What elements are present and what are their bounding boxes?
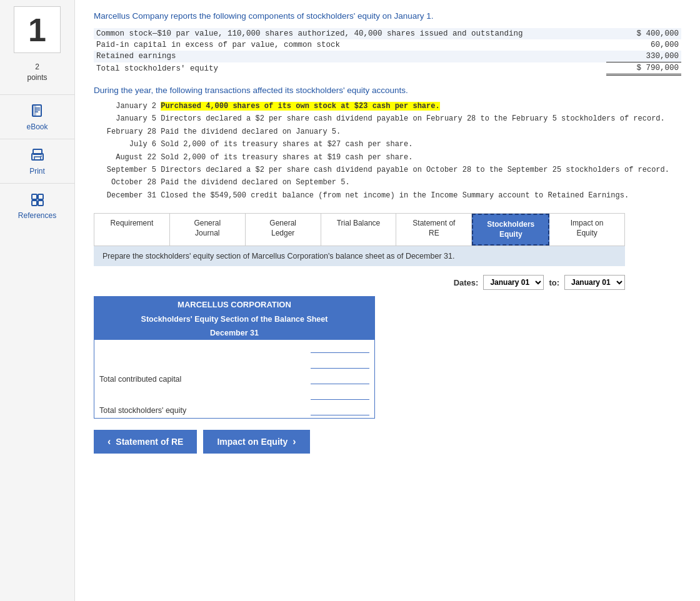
tx-text: Sold 2,000 of its treasury shares at $19… [161, 153, 412, 162]
equity-amount: $ 400,000 [606, 28, 681, 39]
tab-general-journal[interactable]: GeneralJournal [170, 214, 246, 246]
tab-general-ledger[interactable]: GeneralLedger [246, 214, 321, 246]
svg-rect-9 [32, 194, 37, 199]
tx-text: Directors declared a $2 per share cash d… [161, 114, 665, 123]
transactions-title: During the year, the following transacti… [94, 86, 681, 95]
tab-trial-balance[interactable]: Trial Balance [321, 214, 397, 246]
equity-label: Total stockholders' equity [94, 62, 606, 75]
tab-requirement[interactable]: Requirement [94, 214, 170, 246]
bs-row-input-cell [306, 340, 374, 355]
tx-date: January 2 [94, 100, 156, 112]
book-icon [29, 102, 46, 120]
transactions-list: January 2 Purchased 4,000 shares of its … [94, 100, 681, 202]
points-value: 2 [35, 62, 39, 71]
bs-total-contributed-label: Total contributed capital [94, 371, 306, 387]
svg-rect-11 [32, 201, 37, 206]
bs-row-input-cell [306, 355, 374, 371]
dates-row: Dates: January 01 to: January 01 [94, 275, 625, 290]
equity-label: Paid-in capital in excess of par value, … [94, 39, 606, 51]
bs-input[interactable] [311, 389, 369, 400]
tab-statement-re[interactable]: Statement ofRE [396, 214, 472, 246]
tx-date: September 5 [94, 164, 156, 176]
bs-row-input-cell [306, 387, 374, 402]
equity-amount: $ 790,000 [606, 62, 681, 75]
svg-point-8 [41, 156, 42, 157]
tx-date: October 28 [94, 176, 156, 189]
equity-label: Common stock—$10 par value, 110,000 shar… [94, 28, 606, 39]
sidebar-item-print[interactable]: Print [0, 139, 74, 183]
ebook-label: eBook [26, 122, 48, 131]
tx-text: Sold 2,000 of its treasury shares at $27… [161, 140, 412, 149]
tab-stockholders-equity[interactable]: StockholdersEquity [472, 214, 549, 246]
bs-total-contributed-input-cell [306, 371, 374, 387]
transaction-row: October 28 Paid the dividend declared on… [94, 176, 681, 189]
date-to-select[interactable]: January 01 [564, 275, 625, 290]
equity-amount: 330,000 [606, 51, 681, 62]
bs-row-label [94, 387, 306, 402]
print-label: Print [29, 167, 45, 176]
dates-label: Dates: [454, 278, 479, 287]
nav-buttons: ‹ Statement of RE Impact on Equity › [94, 430, 681, 454]
prev-arrow-icon: ‹ [108, 436, 111, 447]
svg-rect-7 [34, 157, 41, 160]
tx-text: Directors declared a $2 per share cash d… [161, 166, 669, 174]
prev-button[interactable]: ‹ Statement of RE [94, 430, 197, 454]
bs-row [94, 355, 374, 371]
tx-text: Paid the dividend declared on September … [161, 178, 349, 187]
tx-highlight: Purchased 4,000 shares of its own stock … [161, 102, 439, 111]
date-from-select[interactable]: January 01 [483, 275, 544, 290]
sidebar-item-references[interactable]: References [0, 183, 74, 227]
tx-text: Purchased 4,000 shares of its own stock … [161, 102, 439, 111]
bs-date: December 31 [94, 326, 374, 340]
transaction-row: December 31 Closed the $549,500 credit b… [94, 189, 681, 202]
tx-text: Closed the $549,500 credit balance (from… [161, 191, 629, 200]
points-box: 2 points [27, 62, 47, 83]
table-row: Total stockholders' equity $ 790,000 [94, 62, 681, 75]
bs-total-contributed-input[interactable] [311, 374, 369, 384]
transaction-row: July 6 Sold 2,000 of its treasury shares… [94, 138, 681, 151]
print-icon [29, 147, 46, 164]
bs-row [94, 340, 374, 355]
transaction-row: August 22 Sold 2,000 of its treasury sha… [94, 151, 681, 164]
main-content: Marcellus Company reports the following … [75, 0, 700, 601]
table-row: Retained earnings 330,000 [94, 51, 681, 62]
prev-button-label: Statement of RE [116, 437, 183, 447]
tab-impact-equity[interactable]: Impact onEquity [549, 214, 624, 246]
transaction-row: February 28 Paid the dividend declared o… [94, 126, 681, 138]
bs-total-equity-input-cell [306, 402, 374, 418]
tabs-container: Requirement GeneralJournal GeneralLedger… [94, 213, 625, 246]
references-icon [29, 191, 46, 209]
bs-title: Stockholders' Equity Section of the Bala… [94, 312, 374, 326]
table-row: Common stock—$10 par value, 110,000 shar… [94, 28, 681, 39]
next-button-label: Impact on Equity [217, 437, 288, 447]
equity-amount: 60,000 [606, 39, 681, 51]
tx-date: December 31 [94, 189, 156, 202]
next-button[interactable]: Impact on Equity › [203, 430, 309, 454]
svg-rect-10 [38, 194, 43, 199]
transaction-row: January 2 Purchased 4,000 shares of its … [94, 100, 681, 112]
sidebar: 1 2 points eBook [0, 0, 75, 601]
points-label: points [27, 73, 47, 82]
bs-input[interactable] [311, 358, 369, 369]
bs-total-equity-input[interactable] [311, 405, 369, 415]
bs-row-label [94, 340, 306, 355]
bs-total-contributed-row: Total contributed capital [94, 371, 374, 387]
tx-date: February 28 [94, 126, 156, 138]
bs-company-name: MARCELLUS CORPORATION [94, 297, 374, 312]
transaction-row: September 5 Directors declared a $2 per … [94, 164, 681, 176]
svg-rect-12 [38, 201, 43, 206]
question-number: 1 [14, 6, 61, 53]
sidebar-item-ebook[interactable]: eBook [0, 94, 74, 139]
tx-date: July 6 [94, 138, 156, 151]
table-row: Paid-in capital in excess of par value, … [94, 39, 681, 51]
dates-to-label: to: [549, 278, 559, 287]
equity-table: Common stock—$10 par value, 110,000 shar… [94, 28, 681, 76]
svg-rect-1 [32, 105, 36, 116]
bs-input[interactable] [311, 342, 369, 353]
bs-row-label [94, 355, 306, 371]
next-arrow-icon: › [292, 436, 296, 447]
balance-sheet-table: MARCELLUS CORPORATION Stockholders' Equi… [94, 296, 375, 419]
tx-date: August 22 [94, 151, 156, 164]
transaction-row: January 5 Directors declared a $2 per sh… [94, 112, 681, 125]
question-intro: Marcellus Company reports the following … [94, 11, 681, 21]
